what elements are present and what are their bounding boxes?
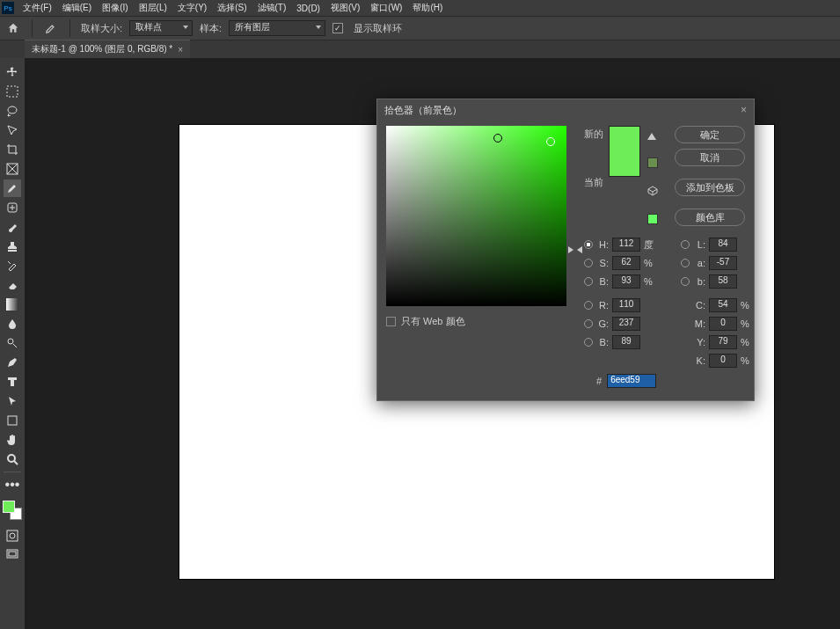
ok-button[interactable]: 确定: [675, 126, 745, 143]
l-label: L:: [693, 239, 705, 250]
b-unit: %: [644, 276, 656, 287]
lab-b-input[interactable]: 58: [709, 274, 737, 289]
menu-layer[interactable]: 图层(L): [134, 0, 172, 16]
menu-filter[interactable]: 滤镜(T): [252, 0, 292, 16]
l-input[interactable]: 84: [709, 238, 737, 252]
a-radio[interactable]: [681, 259, 690, 267]
home-icon[interactable]: [5, 20, 21, 36]
frame-tool[interactable]: [4, 160, 21, 178]
marquee-tool[interactable]: [4, 83, 21, 100]
svg-rect-5: [8, 416, 17, 425]
menu-view[interactable]: 视图(V): [325, 0, 365, 16]
eraser-tool[interactable]: [4, 276, 21, 294]
a-input[interactable]: -57: [709, 256, 737, 270]
show-ring-label: 显示取样环: [354, 22, 402, 35]
quick-mask-tool[interactable]: [4, 527, 21, 545]
screen-mode-tool[interactable]: [4, 546, 21, 564]
k-input[interactable]: 0: [709, 354, 737, 368]
web-safe-icon[interactable]: [647, 186, 658, 196]
web-only-checkbox[interactable]: [386, 317, 396, 326]
color-libraries-button[interactable]: 颜色库: [675, 208, 745, 226]
web-safe-swatch[interactable]: [647, 214, 658, 224]
menu-select[interactable]: 选择(S): [212, 0, 252, 16]
color-swatches[interactable]: [3, 501, 22, 520]
eyedropper-tool-icon[interactable]: [43, 20, 59, 36]
hand-tool[interactable]: [4, 431, 21, 449]
quick-select-tool[interactable]: [4, 121, 21, 139]
cancel-button[interactable]: 取消: [675, 149, 745, 166]
pen-tool[interactable]: [4, 354, 21, 371]
g-input[interactable]: 237: [612, 317, 640, 331]
stamp-tool[interactable]: [4, 238, 21, 255]
h-radio[interactable]: [584, 240, 593, 249]
close-icon[interactable]: ×: [178, 45, 183, 55]
add-to-swatches-button[interactable]: 添加到色板: [675, 179, 745, 196]
lab-b-radio[interactable]: [681, 277, 690, 286]
menu-bar: Ps 文件(F) 编辑(E) 图像(I) 图层(L) 文字(Y) 选择(S) 滤…: [0, 0, 840, 16]
menu-image[interactable]: 图像(I): [97, 0, 133, 16]
menu-window[interactable]: 窗口(W): [365, 0, 407, 16]
svg-rect-7: [7, 530, 18, 541]
separator: [32, 19, 33, 37]
menu-help[interactable]: 帮助(H): [407, 0, 448, 16]
sample-size-select[interactable]: 取样点: [129, 20, 193, 36]
h-input[interactable]: 112: [612, 238, 640, 252]
crop-tool[interactable]: [4, 141, 21, 158]
c-label: C:: [693, 300, 705, 311]
separator: [4, 472, 21, 472]
history-brush-tool[interactable]: [4, 257, 21, 274]
spot-heal-tool[interactable]: [4, 199, 21, 216]
k-label: K:: [693, 355, 705, 366]
m-input[interactable]: 0: [709, 317, 737, 331]
c-input[interactable]: 54: [709, 298, 737, 312]
s-radio[interactable]: [584, 259, 593, 267]
menu-type[interactable]: 文字(Y): [172, 0, 212, 16]
color-field-marker-new: [493, 134, 502, 143]
preview-current[interactable]: [610, 151, 639, 176]
blue-input[interactable]: 89: [612, 335, 640, 349]
gradient-tool[interactable]: [4, 296, 21, 313]
y-label: Y:: [693, 337, 705, 347]
blue-radio[interactable]: [584, 338, 593, 347]
s-input[interactable]: 62: [612, 256, 640, 270]
web-only-label: 只有 Web 颜色: [401, 315, 465, 328]
options-bar: 取样大小: 取样点 样本: 所有图层 显示取样环: [0, 16, 840, 40]
svg-rect-0: [7, 86, 18, 97]
menu-file[interactable]: 文件(F): [18, 0, 57, 16]
g-label: G:: [596, 318, 609, 329]
b-radio[interactable]: [584, 277, 593, 286]
svg-point-6: [8, 455, 15, 462]
lasso-tool[interactable]: [4, 102, 21, 120]
foreground-color-swatch[interactable]: [3, 501, 15, 513]
menu-3d[interactable]: 3D(D): [291, 2, 325, 15]
h-unit: 度: [644, 238, 656, 252]
k-unit: %: [741, 355, 753, 366]
sample-select[interactable]: 所有图层: [229, 20, 325, 36]
brush-tool[interactable]: [4, 218, 21, 236]
separator: [69, 19, 70, 37]
gamut-warning-icon[interactable]: [647, 133, 656, 140]
shape-tool[interactable]: [4, 412, 21, 429]
y-input[interactable]: 79: [709, 335, 737, 349]
g-radio[interactable]: [584, 319, 593, 328]
menu-edit[interactable]: 编辑(E): [57, 0, 97, 16]
eyedropper-tool[interactable]: [4, 179, 21, 197]
type-tool[interactable]: [4, 373, 21, 391]
path-select-tool[interactable]: [4, 392, 21, 410]
color-field[interactable]: [386, 126, 566, 306]
document-tab[interactable]: 未标题-1 @ 100% (图层 0, RGB/8) * ×: [25, 40, 190, 58]
zoom-tool[interactable]: [4, 450, 21, 468]
r-input[interactable]: 110: [612, 298, 640, 312]
dodge-tool[interactable]: [4, 334, 21, 352]
show-ring-checkbox[interactable]: [332, 23, 343, 33]
dialog-title-bar[interactable]: 拾色器（前景色） ×: [377, 99, 754, 121]
move-tool[interactable]: [4, 63, 21, 81]
gamut-swatch[interactable]: [647, 157, 658, 168]
edit-toolbar[interactable]: •••: [4, 476, 21, 494]
hex-input[interactable]: 6eed59: [607, 374, 656, 388]
l-radio[interactable]: [681, 240, 690, 249]
b-input[interactable]: 93: [612, 274, 640, 289]
r-radio[interactable]: [584, 301, 593, 310]
close-icon[interactable]: ×: [741, 104, 747, 116]
blur-tool[interactable]: [4, 315, 21, 333]
